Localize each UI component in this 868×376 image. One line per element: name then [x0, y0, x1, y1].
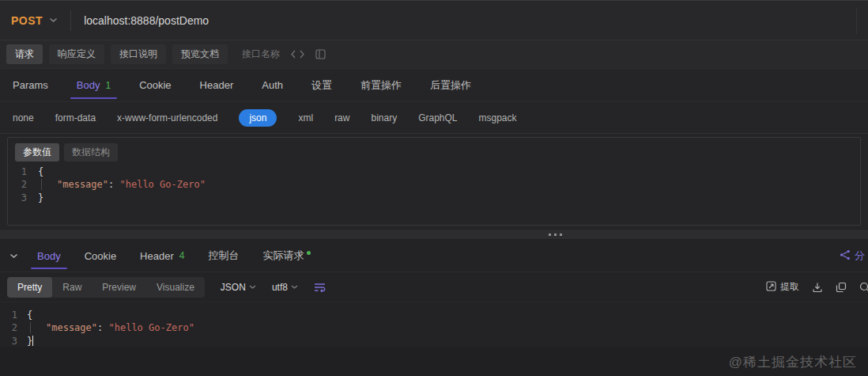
extract-label: 提取	[780, 280, 799, 294]
share-icon	[840, 249, 851, 263]
code-line: 2 "message": "hello Go-Zero"	[8, 178, 860, 192]
chevron-down-icon[interactable]	[49, 17, 58, 23]
response-tab-header-label: Header	[140, 250, 174, 262]
copy-icon[interactable]	[836, 282, 847, 293]
view-raw[interactable]: Raw	[52, 277, 92, 298]
view-visualize[interactable]: Visualize	[146, 277, 205, 298]
code-line: 1 {	[0, 309, 868, 321]
line-number: 1	[0, 309, 27, 321]
doc-tab-row: 请求 响应定义 接口说明 预览文档 接口名称	[0, 40, 868, 69]
api-client-window: POST localhost:8888/postDemo 请求 响应定义 接口说…	[0, 0, 868, 376]
body-type-binary[interactable]: binary	[371, 112, 397, 123]
code-token: {	[38, 165, 43, 178]
code-token: }	[27, 336, 32, 347]
request-json-editor[interactable]: 1 { 2 "message": "hello Go-Zero" 3 }	[8, 165, 860, 204]
code-line: 1 {	[8, 165, 860, 178]
view-preview[interactable]: Preview	[92, 277, 146, 298]
body-type-xml[interactable]: xml	[298, 112, 313, 123]
line-number: 3	[8, 192, 38, 204]
watermark: @稀土掘金技术社区	[729, 353, 857, 371]
response-section: Body Cookie Header 4 控制台 实际请求 分 Pretty R…	[0, 240, 868, 376]
code-token: :	[97, 322, 108, 333]
code-content: "message": "hello Go-Zero"	[27, 321, 194, 335]
panel-icon[interactable]	[315, 49, 326, 59]
mode-param-value[interactable]: 参数值	[15, 143, 59, 161]
response-json-viewer[interactable]: 1 { 2 "message": "hello Go-Zero" 3 }	[0, 302, 868, 347]
tab-preview-doc[interactable]: 预览文档	[172, 44, 228, 64]
response-tab-cookie[interactable]: Cookie	[85, 240, 116, 272]
line-number: 2	[0, 321, 27, 335]
method-select[interactable]: POST	[11, 14, 43, 27]
url-input[interactable]: localhost:8888/postDemo	[84, 14, 856, 27]
editor-mode-row: 参数值 数据结构	[8, 138, 860, 165]
mode-data-structure[interactable]: 数据结构	[64, 143, 118, 161]
toolbar-right-group: 提取	[766, 280, 861, 294]
code-line: 2 "message": "hello Go-Zero"	[0, 321, 868, 335]
tab-post-operations[interactable]: 后置操作	[430, 69, 471, 101]
tab-header[interactable]: Header	[200, 69, 234, 101]
extract-button[interactable]: 提取	[766, 280, 799, 294]
format-select[interactable]: JSON	[221, 282, 256, 293]
tab-cookie[interactable]: Cookie	[139, 69, 171, 101]
view-pretty[interactable]: Pretty	[7, 277, 52, 298]
body-type-graphql[interactable]: GraphQL	[418, 112, 457, 123]
tab-pre-operations[interactable]: 前置操作	[360, 69, 402, 101]
request-url-bar: POST localhost:8888/postDemo	[0, 1, 868, 40]
code-token: }	[38, 192, 43, 204]
encoding-label: utf8	[272, 282, 288, 293]
body-type-raw[interactable]: raw	[334, 112, 349, 123]
encoding-select[interactable]: utf8	[272, 282, 298, 293]
footer-band: @稀土掘金技术社区	[0, 347, 868, 376]
code-icon[interactable]	[291, 50, 304, 59]
word-wrap-icon[interactable]	[314, 283, 326, 292]
line-number: 3	[0, 335, 27, 348]
response-toolbar: Pretty Raw Preview Visualize JSON utf8	[0, 272, 868, 302]
response-tab-actual-request[interactable]: 实际请求	[262, 240, 311, 272]
indent-guide	[41, 179, 42, 190]
header-count-badge: 4	[179, 250, 185, 261]
response-tab-body[interactable]: Body	[37, 240, 61, 272]
response-tab-row: Body Cookie Header 4 控制台 实际请求 分	[0, 240, 868, 272]
body-type-form-data[interactable]: form-data	[55, 112, 96, 123]
body-type-row: none form-data x-www-form-urlencoded jso…	[0, 102, 868, 134]
indent-guide	[30, 322, 31, 333]
tab-auth[interactable]: Auth	[262, 69, 283, 101]
body-type-msgpack[interactable]: msgpack	[479, 112, 517, 123]
body-count-badge: 1	[105, 80, 111, 91]
response-tab-console[interactable]: 控制台	[208, 240, 239, 272]
tab-api-description[interactable]: 接口说明	[111, 44, 166, 64]
response-tab-header[interactable]: Header 4	[140, 240, 184, 272]
download-icon[interactable]	[812, 282, 823, 293]
extract-icon	[766, 281, 776, 294]
panel-splitter[interactable]	[0, 229, 868, 240]
actual-request-label: 实际请求	[262, 249, 304, 263]
status-dot-icon	[307, 251, 311, 255]
json-value: "hello Go-Zero"	[108, 322, 194, 333]
collapse-chevron-icon[interactable]	[9, 253, 18, 259]
json-value: "hello Go-Zero"	[119, 179, 205, 190]
share-button[interactable]: 分	[840, 249, 865, 263]
code-content: }	[27, 335, 33, 348]
tab-body[interactable]: Body 1	[77, 69, 111, 101]
body-type-none[interactable]: none	[13, 112, 34, 123]
code-content: "message": "hello Go-Zero"	[38, 178, 206, 192]
code-line: 3 }	[8, 192, 860, 204]
body-type-json[interactable]: json	[239, 109, 277, 127]
line-number: 1	[8, 165, 38, 178]
splitter-handle-icon[interactable]	[549, 234, 562, 236]
format-label: JSON	[221, 282, 246, 293]
request-tab-row: Params Body 1 Cookie Header Auth 设置 前置操作…	[0, 69, 868, 102]
view-mode-control: Pretty Raw Preview Visualize	[7, 277, 205, 298]
tab-response-definition[interactable]: 响应定义	[49, 44, 104, 64]
api-name-label: 接口名称	[242, 47, 280, 61]
tab-settings[interactable]: 设置	[311, 69, 332, 101]
tab-params[interactable]: Params	[13, 69, 48, 101]
share-label: 分	[855, 249, 865, 263]
json-key: "message"	[46, 322, 97, 333]
request-body-section: 参数值 数据结构 1 { 2 "message": "hello Go-Zero…	[0, 134, 868, 229]
divider	[70, 10, 71, 31]
search-icon[interactable]	[859, 282, 868, 293]
tab-request[interactable]: 请求	[6, 44, 43, 64]
body-type-urlencoded[interactable]: x-www-form-urlencoded	[117, 112, 217, 123]
code-token: :	[108, 179, 119, 190]
